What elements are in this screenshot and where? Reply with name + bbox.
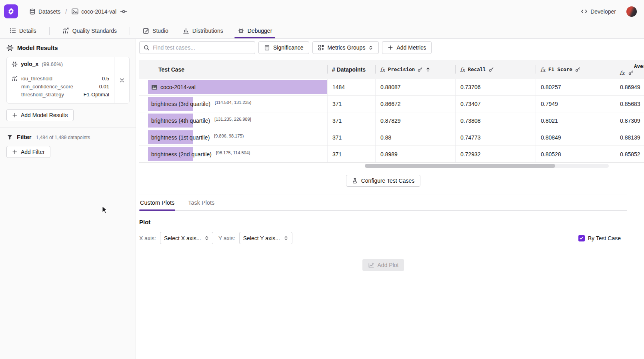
test-case-range: [98.175, 114.504) [216,150,250,155]
precision-cell: 0.88 [375,129,455,146]
tab-debugger-label: Debugger [248,28,272,34]
top-bar: Datasets / coco-2014-val Developer [0,0,644,23]
test-case-cell[interactable]: brightness (4th quartile) [131.235, 226.… [139,112,327,129]
tab-debugger[interactable]: Debugger [236,23,274,38]
metrics-groups-button[interactable]: Metrics Groups [312,41,379,54]
param-list: iou_threshold 0.5 min_confidence_score 0… [21,75,109,99]
plot-heading: Plot [139,219,644,225]
f1-score-cell: 0.80849 [536,129,615,146]
y-axis-select[interactable]: Select Y axis... [239,232,292,244]
recall-cell: 0.73706 [455,79,536,95]
tab-divider [49,27,50,35]
column-header-f1-score[interactable]: fx F1 Score [536,60,615,79]
sort-ascending-icon[interactable] [426,67,430,72]
by-test-case-checkbox[interactable] [578,235,585,241]
tab-task-plots[interactable]: Task Plots [187,195,215,210]
add-model-results-button[interactable]: Add Model Results [6,109,74,121]
metric-name: F1 Score [548,66,572,72]
breadcrumb-datasets[interactable]: Datasets [29,8,60,15]
test-case-cell[interactable]: brightness (3rd quartile) [114.504, 131.… [139,96,327,112]
chevron-up-down-icon [284,235,288,241]
axis-controls: X axis: Select X axis... Y axis: Select … [139,232,627,244]
search-input[interactable] [153,44,251,51]
fx-icon: fx [620,70,625,76]
table-body: coco-2014-val 1484 0.88087 0.73706 0.802… [139,79,644,163]
metric-name: Recall [468,66,486,72]
configure-test-cases-button[interactable]: Configure Test Cases [346,175,421,187]
logo-chevrons-icon [7,7,15,16]
by-test-case-toggle[interactable]: By Test Case [578,235,621,241]
app-logo[interactable] [4,4,18,18]
test-case-table: Test Case # Datapoints fx Precision fx R… [139,60,644,168]
param-key: threshold_strategy [21,91,64,99]
tab-distributions[interactable]: Distributions [181,23,225,38]
table-row[interactable]: brightness (1st quartile) [9.896, 98.175… [139,129,644,146]
param-value: F1-Optimal [84,91,109,99]
metric-name: Avera [620,63,644,69]
f1-score-cell: 0.80528 [536,146,615,162]
column-header-precision[interactable]: fx Precision [375,60,455,79]
test-case-toolbar: Significance Metrics Groups Add Metrics [139,41,644,54]
bug-icon [238,27,244,34]
test-case-cell[interactable]: brightness (1st quartile) [9.896, 98.175… [139,129,327,146]
avatar[interactable] [626,6,637,17]
test-case-name: brightness (4th quartile) [151,118,210,124]
tab-quality-standards[interactable]: Quality Standards [61,23,118,38]
column-header-datapoints[interactable]: # Datapoints [327,60,375,79]
add-model-results-label: Add Model Results [21,112,68,118]
scrollbar-thumb[interactable] [365,164,555,168]
average-cell: 0.86949 [615,79,644,95]
revision-commit-icon[interactable] [120,9,127,14]
filter-title: Filter [17,134,32,140]
add-plot-button[interactable]: Add Plot [362,259,404,271]
topbar-right: Developer [581,6,637,17]
plot-tab-bar: Custom Plots Task Plots [139,195,627,211]
add-metrics-label: Add Metrics [396,44,426,51]
tab-details[interactable]: Details [8,23,38,38]
configure-test-cases-label: Configure Test Cases [361,178,415,184]
main-tab-bar: Details Quality Standards Studio Distrib… [0,23,644,39]
table-row[interactable]: coco-2014-val 1484 0.88087 0.73706 0.802… [139,79,644,96]
table-row[interactable]: brightness (4th quartile) [131.235, 226.… [139,112,644,129]
y-axis-label: Y axis: [218,235,235,241]
recall-cell: 0.74773 [455,129,536,146]
app-window: Datasets / coco-2014-val Developer Detai… [0,0,644,359]
test-case-cell[interactable]: coco-2014-val [139,79,327,95]
plus-icon [388,45,393,50]
add-filter-button[interactable]: Add Filter [6,146,50,158]
average-cell: 0.88139 [615,129,644,146]
add-metrics-button[interactable]: Add Metrics [382,41,432,54]
metrics-chart-icon [12,76,18,82]
filter-summary: 1,484 of 1,489 datapoints [36,135,90,140]
column-header-recall[interactable]: fx Recall [455,60,536,79]
tab-studio-label: Studio [152,28,168,34]
test-case-cell[interactable]: brightness (2nd quartile) [98.175, 114.5… [139,146,327,162]
tab-studio[interactable]: Studio [141,23,170,38]
close-icon [119,78,125,83]
bar-chart-icon [183,28,189,34]
table-row[interactable]: brightness (2nd quartile) [98.175, 114.5… [139,146,644,163]
significance-button[interactable]: Significance [258,41,309,54]
model-name: yolo_x [21,61,38,67]
model-card-header: yolo_x (99.66%) [7,57,114,71]
column-header-test-case[interactable]: Test Case [139,60,327,79]
recall-cell: 0.73808 [455,112,536,129]
column-header-average[interactable]: Avera fx [615,60,644,79]
average-cell: 0.85683 [615,96,644,112]
key-icon [628,70,634,75]
remove-model-result-button[interactable] [114,57,129,103]
f1-score-cell: 0.7949 [536,96,615,112]
chevron-up-down-icon [368,45,373,50]
flask-icon [352,178,358,184]
param-value: 0.01 [99,83,109,91]
breadcrumb-current[interactable]: coco-2014-val [72,8,116,15]
chart-trend-icon [62,28,69,34]
model-result-card[interactable]: yolo_x (99.66%) iou_threshold 0.5 min_co… [6,57,130,104]
datapoints-cell: 371 [327,146,375,162]
tab-custom-plots[interactable]: Custom Plots [139,195,175,210]
horizontal-scrollbar[interactable] [365,164,609,168]
developer-link[interactable]: Developer [581,8,616,15]
x-axis-select[interactable]: Select X axis... [160,232,213,244]
configure-row: Configure Test Cases [139,175,627,187]
table-row[interactable]: brightness (3rd quartile) [114.504, 131.… [139,96,644,112]
